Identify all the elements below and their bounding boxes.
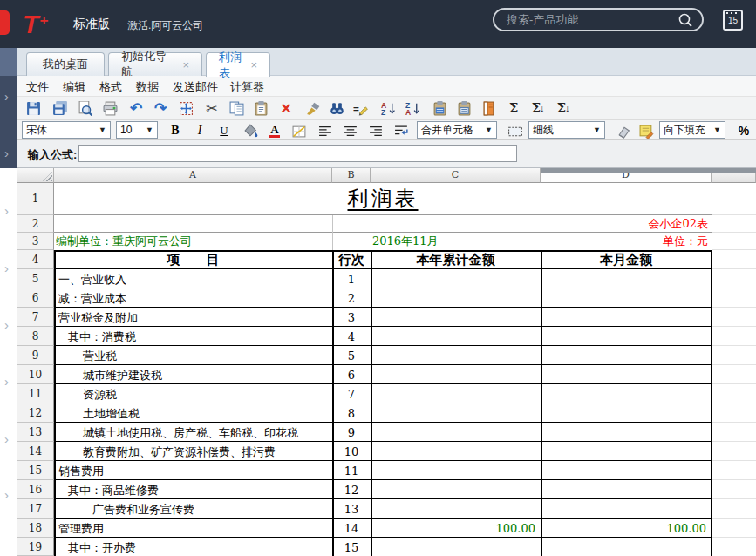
cell-c18[interactable]: 100.00: [372, 520, 535, 537]
bold-button[interactable]: B: [164, 120, 187, 141]
fill-direction-select[interactable]: 向下填充▼: [659, 121, 725, 139]
save-as-button[interactable]: [49, 98, 72, 119]
find-button[interactable]: [325, 98, 348, 119]
sidebar-expand-chevron-icon[interactable]: ›: [4, 261, 9, 275]
cell-b19[interactable]: 15: [334, 539, 369, 556]
search-icon[interactable]: [678, 12, 693, 28]
eraser-button[interactable]: [612, 120, 635, 141]
row-header-14[interactable]: 14: [17, 442, 54, 461]
cell-c4[interactable]: 本年累计金额: [372, 253, 539, 268]
cell-c10[interactable]: [372, 367, 535, 383]
cell-d12[interactable]: [542, 405, 706, 422]
cell-a4[interactable]: 项 目: [56, 253, 330, 268]
cell-a3[interactable]: 编制单位：重庆阿可云公司: [56, 234, 330, 249]
format-painter-button[interactable]: [301, 98, 324, 119]
cell-a19[interactable]: 其中：开办费: [56, 539, 330, 556]
resize-grid-button[interactable]: [174, 98, 197, 119]
cell-b14[interactable]: 10: [334, 444, 369, 460]
cell-d6[interactable]: [542, 290, 706, 307]
cell-a18[interactable]: 管理费用: [56, 520, 330, 537]
cell-title[interactable]: 利润表: [54, 184, 712, 214]
cell-b17[interactable]: 13: [334, 501, 369, 518]
copy-button[interactable]: [225, 98, 248, 119]
cell-a7[interactable]: 营业税金及附加: [56, 309, 330, 326]
delete-button[interactable]: ×: [275, 98, 297, 119]
sort-asc-button[interactable]: AZ: [377, 98, 399, 119]
cell-d17[interactable]: [542, 501, 706, 518]
cell-a15[interactable]: 销售费用: [56, 463, 330, 479]
row-header-3[interactable]: 3: [17, 233, 54, 250]
row-header-11[interactable]: 11: [17, 384, 54, 403]
cell-a9[interactable]: 营业税: [56, 348, 330, 364]
search-input[interactable]: 搜索-产品功能: [493, 8, 704, 31]
row-header-12[interactable]: 12: [17, 403, 54, 423]
calendar-icon[interactable]: 15: [723, 10, 743, 31]
cell-d15[interactable]: [542, 463, 706, 479]
menu-发送邮件[interactable]: 发送邮件: [173, 79, 218, 95]
close-icon[interactable]: ×: [182, 59, 189, 71]
cell-a8[interactable]: 其中：消费税: [56, 329, 330, 345]
undo-button[interactable]: ↶: [125, 98, 147, 119]
cell-b9[interactable]: 5: [334, 348, 369, 364]
close-icon[interactable]: ×: [250, 59, 257, 71]
borders-button[interactable]: [288, 120, 310, 141]
cell-d2[interactable]: 会小企02表: [542, 216, 708, 232]
menu-编辑[interactable]: 编辑: [63, 79, 85, 95]
cell-c13[interactable]: [372, 424, 535, 441]
row-header-13[interactable]: 13: [17, 423, 54, 442]
cell-a12[interactable]: 土地增值税: [56, 405, 330, 422]
cell-a10[interactable]: 城市维护建设税: [56, 367, 330, 383]
font-color-button[interactable]: A: [263, 120, 286, 141]
align-right-button[interactable]: [364, 120, 387, 141]
cell-b6[interactable]: 2: [334, 290, 369, 307]
cut-button[interactable]: ✂: [201, 98, 223, 119]
row-header-8[interactable]: 8: [17, 327, 54, 346]
wrap-text-button[interactable]: [390, 120, 412, 141]
row-header-19[interactable]: 19: [17, 538, 54, 556]
row-header-9[interactable]: 9: [17, 346, 54, 365]
align-center-button[interactable]: [339, 120, 362, 141]
cell-d18[interactable]: 100.00: [542, 520, 706, 537]
sidebar-expand-chevron-icon[interactable]: ›: [4, 432, 9, 445]
row-header-4[interactable]: 4: [17, 250, 54, 269]
cell-d19[interactable]: [542, 539, 706, 556]
tab-初始化导航[interactable]: 初始化导航×: [108, 52, 202, 76]
cell-d7[interactable]: [542, 309, 706, 326]
menu-格式[interactable]: 格式: [99, 79, 122, 95]
sidebar-expand-chevron-icon[interactable]: ›: [4, 204, 9, 217]
tab-利润表[interactable]: 利润表×: [206, 52, 270, 77]
notebook-button[interactable]: [477, 98, 500, 119]
cell-a16[interactable]: 其中：商品维修费: [56, 482, 330, 498]
cell-a13[interactable]: 城镇土地使用税、房产税、车船税、印花税: [56, 424, 330, 441]
row-header-18[interactable]: 18: [17, 519, 54, 538]
cell-c7[interactable]: [372, 309, 535, 326]
save-button[interactable]: [22, 98, 44, 119]
formula-input[interactable]: [78, 145, 517, 162]
percent-button[interactable]: %: [732, 120, 755, 141]
cell-b11[interactable]: 7: [334, 386, 369, 403]
paste-values-button[interactable]: [453, 98, 475, 119]
row-header-17[interactable]: 17: [17, 499, 54, 519]
row-header-6[interactable]: 6: [17, 288, 54, 308]
tab-我的桌面[interactable]: 我的桌面: [26, 52, 105, 76]
menu-文件[interactable]: 文件: [26, 79, 49, 95]
cell-c9[interactable]: [372, 348, 535, 364]
cell-b4[interactable]: 行次: [334, 253, 369, 268]
paste-button[interactable]: [249, 98, 272, 119]
row-header-1[interactable]: 1: [17, 183, 54, 215]
row-header-5[interactable]: 5: [17, 269, 54, 288]
font-select[interactable]: 宋体▼: [22, 121, 111, 139]
sidebar-expand-chevron-icon[interactable]: ›: [4, 146, 9, 159]
cell-c3[interactable]: 2016年11月: [372, 234, 539, 249]
cell-c12[interactable]: [372, 405, 535, 422]
cell-c5[interactable]: [372, 271, 535, 288]
sum-down-button[interactable]: Σ↓: [527, 98, 549, 119]
size-select[interactable]: 10▼: [116, 121, 158, 139]
sum-right-button[interactable]: Σ↓: [552, 98, 575, 119]
cell-b10[interactable]: 6: [334, 367, 369, 383]
underline-button[interactable]: U: [213, 120, 235, 141]
cell-d3[interactable]: 单位：元: [542, 234, 708, 249]
column-header-C[interactable]: C: [371, 168, 541, 183]
cell-border-button[interactable]: [504, 120, 527, 141]
cell-c6[interactable]: [372, 290, 535, 307]
